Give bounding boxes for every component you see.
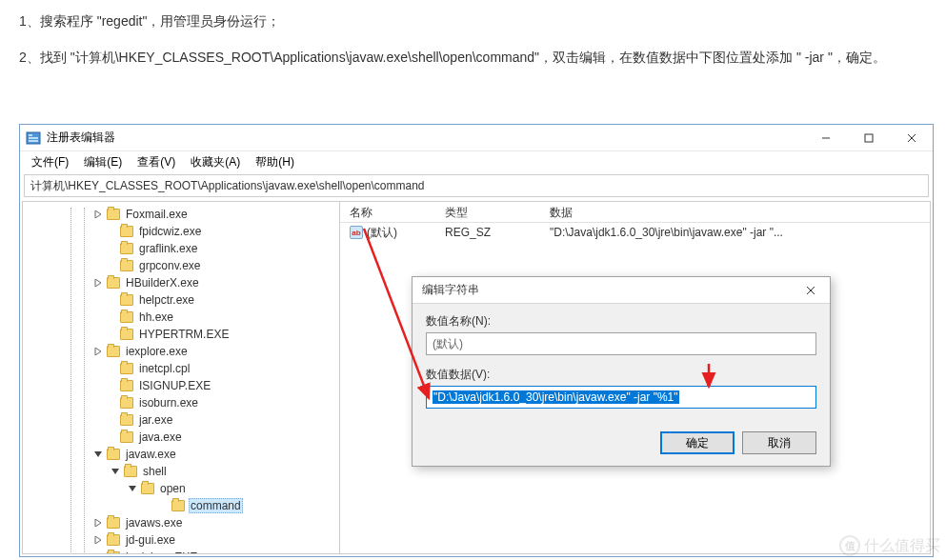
folder-icon: [120, 226, 133, 237]
address-path: 计算机\HKEY_CLASSES_ROOT\Applications\javaw…: [30, 178, 425, 194]
name-value: (默认): [433, 336, 463, 352]
menu-edit[interactable]: 编辑(E): [76, 152, 130, 172]
tree-label: HYPERTRM.EXE: [137, 328, 231, 341]
tree-label: fpidcwiz.exe: [137, 225, 203, 238]
tree-item[interactable]: fpidcwiz.exe: [27, 223, 339, 240]
tree-item[interactable]: command: [27, 497, 339, 514]
svg-rect-1: [29, 134, 32, 136]
folder-icon: [120, 397, 133, 409]
chevron-right-icon[interactable]: [91, 550, 105, 554]
data-label: 数值数据(V):: [426, 367, 816, 383]
chevron-right-icon[interactable]: [91, 208, 105, 221]
folder-icon: [124, 466, 137, 477]
chevron-down-icon[interactable]: [126, 482, 139, 495]
tree-label: jd-gui.exe: [124, 533, 177, 547]
window-title: 注册表编辑器: [47, 130, 804, 146]
chevron-right-icon[interactable]: [91, 516, 105, 530]
regedit-icon: [26, 130, 41, 146]
value-type: REG_SZ: [435, 224, 540, 241]
data-field[interactable]: "D:\Java\jdk1.6.0_30\jre\bin\javaw.exe" …: [426, 386, 816, 409]
expander-empty: [156, 499, 170, 512]
expander-empty: [105, 259, 118, 272]
folder-icon: [141, 483, 154, 494]
tree-item[interactable]: Foxmail.exe: [27, 206, 339, 223]
chevron-right-icon[interactable]: [91, 345, 105, 358]
tree-item[interactable]: ISIGNUP.EXE: [27, 377, 339, 394]
minimize-button[interactable]: [804, 125, 847, 150]
tree-label: inetcpl.cpl: [137, 362, 191, 375]
tree-item[interactable]: HBuilderX.exe: [27, 274, 339, 291]
folder-icon: [107, 346, 120, 357]
tree-label: javaw.exe: [124, 448, 178, 461]
tree-item[interactable]: kodakprv.EXE: [27, 549, 339, 554]
tree-label: ISIGNUP.EXE: [137, 379, 212, 392]
name-field[interactable]: (默认): [426, 332, 816, 355]
tree-item[interactable]: java.exe: [27, 429, 339, 446]
tree-panel[interactable]: Foxmail.exefpidcwiz.exegraflink.exegrpco…: [22, 201, 340, 554]
menu-file[interactable]: 文件(F): [24, 152, 76, 172]
dialog-titlebar: 编辑字符串: [413, 277, 830, 304]
folder-icon: [171, 500, 185, 511]
col-data[interactable]: 数据: [540, 202, 930, 222]
expander-empty: [105, 362, 118, 375]
chevron-right-icon[interactable]: [91, 533, 105, 547]
tree-item[interactable]: javaws.exe: [27, 514, 339, 531]
dialog-title: 编辑字符串: [422, 282, 792, 298]
cancel-button[interactable]: 取消: [742, 431, 816, 454]
folder-icon: [120, 243, 133, 254]
col-type[interactable]: 类型: [435, 202, 540, 222]
tree-item[interactable]: isoburn.exe: [27, 394, 339, 411]
tree-label: kodakprv.EXE: [124, 550, 199, 554]
menu-favorites[interactable]: 收藏夹(A): [183, 152, 248, 172]
chevron-down-icon[interactable]: [91, 448, 105, 461]
tree-item[interactable]: grpconv.exe: [27, 257, 339, 274]
expander-empty: [105, 413, 118, 427]
chevron-down-icon[interactable]: [109, 465, 122, 478]
tree-item[interactable]: iexplore.exe: [27, 343, 339, 360]
menu-help[interactable]: 帮助(H): [248, 152, 302, 172]
chevron-right-icon[interactable]: [91, 276, 105, 290]
close-button[interactable]: [890, 125, 933, 150]
ok-button[interactable]: 确定: [660, 431, 735, 454]
tree-label: command: [189, 498, 243, 513]
folder-icon: [120, 380, 133, 391]
folder-icon: [107, 517, 120, 529]
tree-label: jar.exe: [137, 413, 174, 427]
folder-icon: [120, 363, 133, 374]
tree-item[interactable]: HYPERTRM.EXE: [27, 326, 339, 343]
folder-icon: [120, 311, 133, 323]
tree-item[interactable]: helpctr.exe: [27, 291, 339, 309]
list-row[interactable]: ab (默认) REG_SZ "D:\Java\jdk1.6.0_30\jre\…: [340, 223, 930, 242]
expander-empty: [105, 225, 118, 238]
menu-view[interactable]: 查看(V): [130, 152, 183, 172]
dialog-close-button[interactable]: [792, 277, 830, 303]
tree-item[interactable]: jd-gui.exe: [27, 531, 339, 549]
expander-empty: [105, 328, 118, 341]
tree-label: iexplore.exe: [124, 345, 190, 358]
svg-rect-3: [29, 140, 38, 142]
tree-item[interactable]: graflink.exe: [27, 240, 339, 257]
tree-label: java.exe: [137, 430, 184, 444]
folder-icon: [120, 329, 133, 340]
tree-item[interactable]: jar.exe: [27, 411, 339, 429]
watermark: 值 什么值得买: [834, 531, 946, 560]
tree-item[interactable]: open: [27, 480, 339, 497]
folder-icon: [107, 277, 120, 289]
tree-label: helpctr.exe: [137, 293, 196, 307]
tree-item[interactable]: javaw.exe: [27, 446, 339, 463]
tree-item[interactable]: hh.exe: [27, 309, 339, 326]
maximize-button[interactable]: [847, 125, 890, 150]
tree-label: grpconv.exe: [137, 259, 202, 272]
tree-item[interactable]: inetcpl.cpl: [27, 360, 339, 377]
name-label: 数值名称(N):: [426, 313, 816, 330]
tree-item[interactable]: shell: [27, 463, 339, 480]
address-bar[interactable]: 计算机\HKEY_CLASSES_ROOT\Applications\javaw…: [24, 174, 929, 197]
tree-label: HBuilderX.exe: [124, 276, 201, 290]
titlebar: 注册表编辑器: [20, 125, 933, 151]
list-header: 名称 类型 数据: [340, 202, 930, 223]
edit-string-dialog: 编辑字符串 数值名称(N): (默认) 数值数据(V): "D:\Java\jd…: [412, 276, 831, 467]
window-buttons: [804, 125, 933, 150]
tree-label: javaws.exe: [124, 516, 184, 530]
value-name: (默认): [367, 225, 397, 241]
col-name[interactable]: 名称: [340, 202, 435, 222]
